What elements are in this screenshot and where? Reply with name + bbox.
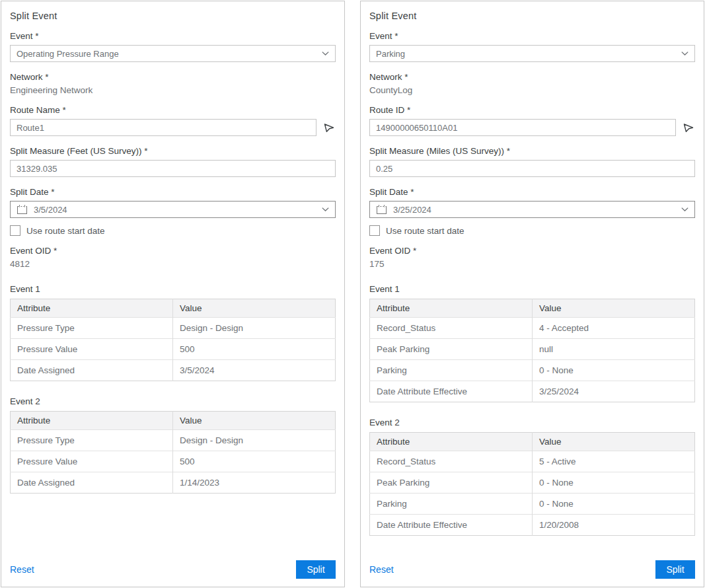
date-picker[interactable]: 3/5/2024 [10, 201, 336, 218]
event-oid-value: 175 [369, 259, 695, 269]
measure-label: Split Measure (Feet (US Survey)) * [10, 146, 336, 156]
event2-table: Attribute Value Pressure Type Design - D… [10, 411, 336, 494]
value-cell: 3/5/2024 [173, 360, 336, 381]
split-button[interactable]: Split [655, 560, 695, 579]
use-route-start-date-label: Use route start date [26, 226, 105, 236]
event1-section-title: Event 1 [369, 284, 695, 294]
network-value: Engineering Network [10, 85, 336, 95]
split-event-panel-right: Split Event Event * Parking Network * Co… [360, 1, 704, 587]
attribute-cell: Date Attribute Effective [370, 381, 533, 402]
table-row: Pressure Type Design - Design [11, 318, 336, 339]
column-header-value: Value [533, 299, 695, 318]
date-label: Split Date * [10, 187, 336, 197]
value-cell: 500 [173, 451, 336, 472]
split-event-panel-left: Split Event Event * Operating Pressure R… [1, 1, 345, 587]
use-route-start-date-label: Use route start date [386, 226, 464, 236]
chevron-down-icon [681, 207, 688, 211]
attribute-cell: Pressure Value [11, 451, 173, 472]
table-row: Pressure Value 500 [11, 339, 336, 360]
event-oid-label: Event OID * [10, 246, 336, 256]
route-label: Route ID * [369, 105, 695, 115]
attribute-cell: Peak Parking [370, 339, 533, 360]
event-oid-value: 4812 [10, 259, 336, 269]
calendar-icon [376, 204, 387, 215]
table-row: Peak Parking 0 - None [370, 472, 695, 494]
attribute-cell: Date Attribute Effective [370, 515, 533, 536]
route-input[interactable] [10, 119, 316, 136]
table-row: Parking 0 - None [370, 360, 695, 381]
column-header-value: Value [173, 412, 336, 430]
network-label: Network * [369, 72, 695, 82]
value-cell: 4 - Accepted [533, 318, 695, 339]
value-cell: null [533, 339, 695, 360]
route-picker-button[interactable] [322, 120, 336, 135]
value-cell: Design - Design [173, 430, 336, 451]
attribute-cell: Record_Status [370, 451, 533, 472]
event2-section-title: Event 2 [369, 418, 695, 427]
table-row: Pressure Value 500 [11, 451, 336, 472]
measure-label: Split Measure (Miles (US Survey)) * [369, 146, 695, 156]
table-row: Date Attribute Effective 1/20/2008 [370, 515, 695, 536]
attribute-cell: Date Assigned [11, 472, 173, 494]
column-header-value: Value [533, 433, 695, 451]
route-label: Route Name * [10, 105, 336, 115]
column-header-attribute: Attribute [11, 412, 173, 430]
event1-section-title: Event 1 [10, 284, 336, 294]
page-title: Split Event [10, 11, 336, 21]
route-picker-button[interactable] [682, 120, 695, 135]
value-cell: 1/20/2008 [533, 515, 695, 536]
map-pointer-icon [683, 122, 694, 133]
event-select[interactable]: Parking [369, 45, 695, 62]
event2-section-title: Event 2 [10, 396, 336, 406]
split-button[interactable]: Split [296, 560, 336, 579]
date-value: 3/5/2024 [34, 205, 67, 215]
chevron-down-icon [322, 52, 329, 55]
value-cell: Design - Design [173, 318, 336, 339]
screen: Split Event Event * Operating Pressure R… [0, 0, 705, 588]
value-cell: 5 - Active [533, 451, 695, 472]
table-row: Pressure Type Design - Design [11, 430, 336, 451]
event1-table: Attribute Value Pressure Type Design - D… [10, 299, 336, 381]
use-route-start-date-checkbox[interactable] [369, 225, 380, 236]
route-input[interactable] [369, 119, 676, 136]
value-cell: 0 - None [533, 494, 695, 515]
attribute-cell: Parking [370, 360, 533, 381]
column-header-attribute: Attribute [370, 433, 533, 451]
reset-button[interactable]: Reset [369, 564, 394, 575]
chevron-down-icon [681, 52, 688, 55]
measure-input[interactable] [369, 160, 695, 177]
value-cell: 500 [173, 339, 336, 360]
event-select-value: Parking [376, 49, 405, 59]
table-row: Record_Status 5 - Active [370, 451, 695, 472]
use-route-start-date-checkbox[interactable] [10, 225, 20, 236]
table-row: Date Assigned 3/5/2024 [11, 360, 336, 381]
table-row: Date Assigned 1/14/2023 [11, 472, 336, 494]
calendar-icon [17, 204, 28, 215]
table-row: Date Attribute Effective 3/25/2024 [370, 381, 695, 402]
value-cell: 0 - None [533, 472, 695, 494]
column-header-attribute: Attribute [11, 299, 173, 318]
date-value: 3/25/2024 [393, 205, 431, 215]
event-oid-label: Event OID * [369, 246, 695, 256]
chevron-down-icon [322, 207, 329, 211]
attribute-cell: Record_Status [370, 318, 533, 339]
reset-button[interactable]: Reset [10, 564, 34, 575]
map-pointer-icon [323, 122, 335, 133]
event-select[interactable]: Operating Pressure Range [10, 45, 336, 62]
network-value: CountyLog [369, 85, 695, 95]
date-picker[interactable]: 3/25/2024 [369, 201, 695, 218]
table-row: Parking 0 - None [370, 494, 695, 515]
network-label: Network * [10, 72, 336, 82]
event-label: Event * [369, 31, 695, 41]
page-title: Split Event [369, 11, 695, 21]
measure-input[interactable] [10, 160, 336, 177]
column-header-attribute: Attribute [370, 299, 533, 318]
value-cell: 0 - None [533, 360, 695, 381]
column-header-value: Value [173, 299, 336, 318]
event-select-value: Operating Pressure Range [17, 49, 119, 59]
attribute-cell: Date Assigned [11, 360, 173, 381]
attribute-cell: Pressure Value [11, 339, 173, 360]
table-row: Record_Status 4 - Accepted [370, 318, 695, 339]
attribute-cell: Pressure Type [11, 318, 173, 339]
event2-table: Attribute Value Record_Status 5 - Active… [369, 432, 695, 536]
